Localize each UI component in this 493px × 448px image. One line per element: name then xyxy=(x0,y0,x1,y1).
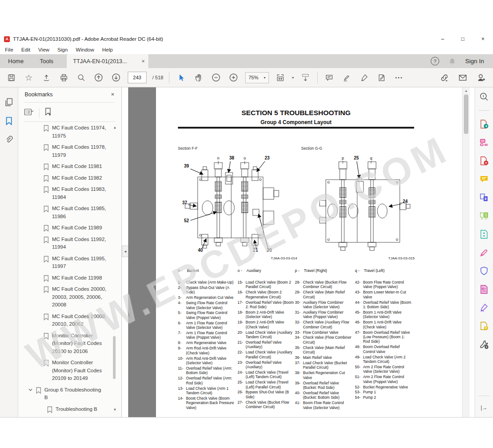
organize-pages-icon[interactable] xyxy=(479,211,489,221)
menu-file[interactable]: File xyxy=(1,47,17,52)
parts-item: 53-Pump 1 xyxy=(355,390,414,394)
sign-pen-icon[interactable] xyxy=(359,72,370,83)
share-upload-icon[interactable] xyxy=(40,72,52,83)
acrobat-app-icon: A xyxy=(4,36,10,42)
search-tools-icon[interactable] xyxy=(479,92,489,102)
protect-pdf-icon[interactable] xyxy=(479,266,489,276)
prepare-form-icon[interactable] xyxy=(479,284,489,294)
add-user-icon[interactable] xyxy=(475,72,487,83)
document-scrollbar[interactable]: ▴ xyxy=(462,87,470,417)
notifications-bell-icon[interactable] xyxy=(446,56,458,67)
create-pdf-icon[interactable] xyxy=(479,156,489,166)
combine-files-icon[interactable] xyxy=(479,193,489,202)
parts-item: 3-Arm Regeneration Cut Valve xyxy=(178,295,237,300)
more-tools-wrench-icon[interactable] xyxy=(479,340,489,349)
page-thumbnails-icon[interactable] xyxy=(4,97,14,107)
favorites-star-icon[interactable]: ☆ xyxy=(23,72,35,83)
bookmark-item[interactable]: MC Fault Codes 11978, 11979 xyxy=(18,143,122,159)
bookmark-icon xyxy=(36,387,41,394)
bookmark-item[interactable]: MC Fault Codes 11995, 11997 xyxy=(18,255,122,271)
bookmarks-list: MC Fault Codes 11974, 11975MC Fault Code… xyxy=(18,124,122,417)
hand-tool-icon[interactable] xyxy=(193,72,204,83)
bookmark-item[interactable]: Monitor Controller (Monitor) Fault Codes… xyxy=(18,359,122,383)
print-icon[interactable] xyxy=(58,72,69,83)
sign-in-button[interactable]: Sign In xyxy=(465,58,484,65)
bookmark-item[interactable]: MC Fault Codes 11992, 11994 xyxy=(18,236,122,251)
bookmark-item[interactable]: MC Fault Code 11981 xyxy=(18,163,122,171)
bookmark-item[interactable]: Monitor Controller (Monitor) Fault Codes… xyxy=(18,332,122,356)
fit-page-icon[interactable] xyxy=(275,72,286,83)
maximize-button[interactable]: □ xyxy=(453,34,473,44)
expand-current-bookmark-button[interactable] xyxy=(43,107,53,119)
fill-and-sign-icon[interactable] xyxy=(479,248,489,258)
bookmark-item[interactable]: MC Fault Codes 20009, 20010, 20062 xyxy=(18,313,122,328)
bookmarks-panel-icon[interactable] xyxy=(4,116,14,126)
tab-home[interactable]: Home xyxy=(0,54,32,68)
bookmark-item[interactable]: Group 6 Troubleshooting B xyxy=(18,386,122,402)
bookmarks-options-button[interactable] xyxy=(24,108,35,118)
bookmark-item[interactable]: MC Fault Codes 20000, 20003, 20005, 2000… xyxy=(18,285,122,309)
collapse-panel-handle[interactable]: ◂ xyxy=(122,246,129,257)
expand-tools-rail-icon[interactable]: |→ xyxy=(480,405,487,411)
export-pdf-icon[interactable] xyxy=(479,119,489,129)
find-icon[interactable] xyxy=(75,72,87,83)
parts-item: 17-Overload Relief Valve (Boom 2: Rod Si… xyxy=(238,300,297,310)
help-button[interactable]: ? xyxy=(431,57,439,65)
parts-item: 37-Load Check Valve (Bucket Parallel Cir… xyxy=(295,361,354,370)
bookmark-item[interactable]: MC Fault Codes 11985, 11986 xyxy=(18,205,122,220)
bookmark-icon xyxy=(43,164,49,170)
diagram-callout: 23 xyxy=(264,155,270,160)
zoom-level-dropdown[interactable]: 75% ▾ xyxy=(245,72,268,83)
zoom-out-icon[interactable] xyxy=(210,72,222,83)
compress-pdf-icon[interactable] xyxy=(479,229,489,239)
comment-tool-icon[interactable] xyxy=(479,174,489,184)
menu-view[interactable]: View xyxy=(34,47,53,52)
title-bar: A TTJAA-EN-01(20131030).pdf - Adobe Acro… xyxy=(0,34,493,44)
bookmark-item[interactable]: MC Fault Code 11998 xyxy=(18,274,122,282)
bookmark-icon xyxy=(43,256,49,263)
share-link-icon[interactable] xyxy=(438,72,450,83)
tab-tools[interactable]: Tools xyxy=(32,54,61,68)
diagram-callout: 20 xyxy=(267,248,272,253)
parts-item: 40-Overload Relief Valve (Bucket: Bottom… xyxy=(295,391,354,400)
menu-edit[interactable]: Edit xyxy=(17,47,35,52)
previous-page-icon[interactable] xyxy=(93,72,104,83)
bookmarks-scrollbar-thumb[interactable] xyxy=(113,336,116,379)
page-number-input[interactable] xyxy=(128,72,147,83)
chevron-down-icon[interactable]: ▾ xyxy=(292,76,294,80)
parts-item: 5-Swing Flow Rate Control Valve (Poppet … xyxy=(178,310,237,320)
comment-icon[interactable] xyxy=(324,72,335,83)
close-bookmarks-icon[interactable]: × xyxy=(111,91,114,98)
bookmark-item[interactable]: MC Fault Code 11982 xyxy=(18,174,122,182)
edit-pdf-icon[interactable] xyxy=(479,138,489,147)
scroll-up-icon[interactable]: ▴ xyxy=(463,89,470,93)
menu-help[interactable]: Help xyxy=(98,47,117,52)
zoom-in-icon[interactable] xyxy=(228,72,239,83)
certificates-pen-icon[interactable] xyxy=(479,303,489,313)
save-icon[interactable] xyxy=(5,72,17,83)
close-tab-icon[interactable]: × xyxy=(142,58,145,65)
stamp-icon[interactable] xyxy=(376,72,388,83)
more-tools-ellipsis-icon[interactable]: ••• xyxy=(394,72,405,83)
menu-sign[interactable]: Sign xyxy=(53,47,72,52)
menu-window[interactable]: Window xyxy=(72,47,98,52)
bookmark-label: Monitor Controller (Monitor) Fault Codes… xyxy=(52,359,109,383)
document-scrollbar-thumb[interactable] xyxy=(464,95,468,134)
chevron-down-icon[interactable] xyxy=(28,388,33,392)
bookmark-item[interactable]: MC Fault Code 11989 xyxy=(18,224,122,232)
bookmark-item[interactable]: MC Fault Codes 11983, 11984 xyxy=(18,185,122,201)
next-page-icon[interactable] xyxy=(110,72,122,83)
bookmarks-scroll-up-icon[interactable]: ▴ xyxy=(114,125,116,129)
bookmark-item[interactable]: MC Fault Codes 11974, 11975 xyxy=(18,124,122,140)
minimize-button[interactable]: – xyxy=(432,34,453,44)
bookmark-item[interactable]: Troubleshooting B xyxy=(18,405,122,414)
highlight-icon[interactable] xyxy=(341,72,353,83)
attachments-paperclip-icon[interactable] xyxy=(4,135,14,145)
page-scrolling-icon[interactable] xyxy=(300,72,311,83)
bookmarks-scroll-down-icon[interactable]: ▾ xyxy=(114,407,116,412)
select-tool-pointer-icon[interactable] xyxy=(175,72,187,83)
send-for-comments-icon[interactable] xyxy=(479,321,489,331)
email-envelope-icon[interactable] xyxy=(457,72,468,83)
close-button[interactable]: × xyxy=(473,34,493,44)
tab-document[interactable]: TTJAA-EN-01(2013... × xyxy=(67,54,148,68)
